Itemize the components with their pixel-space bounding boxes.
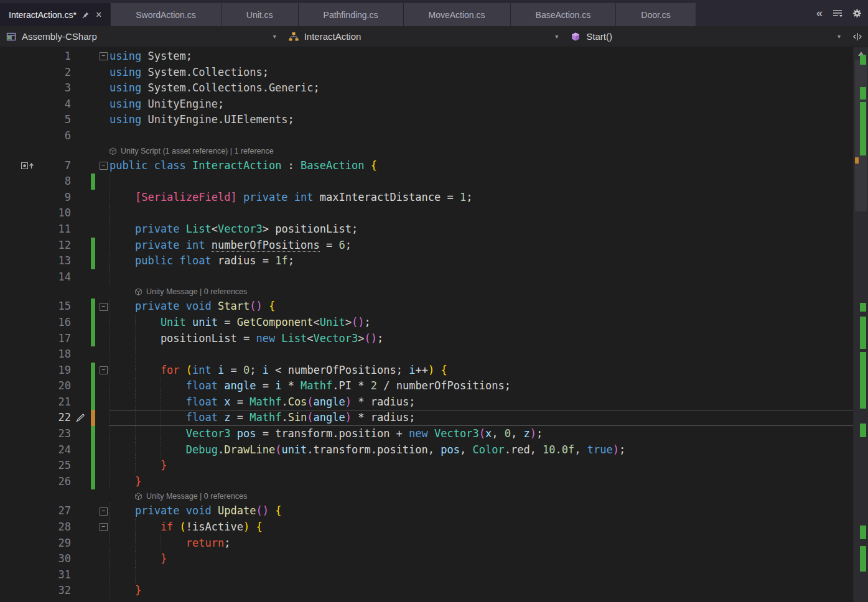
tab-interactaction-cs[interactable]: InteractAction.cs*× xyxy=(0,3,111,26)
code-text[interactable] xyxy=(110,599,853,602)
code-text[interactable] xyxy=(110,174,853,190)
fold-collapse-button[interactable]: − xyxy=(100,366,108,374)
breakpoint-margin[interactable] xyxy=(0,205,37,221)
code-line[interactable]: 14 xyxy=(0,269,853,285)
settings-gear-icon[interactable] xyxy=(852,9,862,18)
code-text[interactable]: private void Start() { xyxy=(110,299,853,315)
code-text[interactable]: positionList = new List<Vector3>(); xyxy=(110,331,853,347)
breakpoint-margin[interactable] xyxy=(0,238,37,254)
code-line[interactable]: 33 xyxy=(0,599,853,602)
code-text[interactable] xyxy=(110,567,853,583)
breakpoint-margin[interactable] xyxy=(0,269,37,285)
code-line[interactable]: 5using UnityEngine.UIElements; xyxy=(0,112,853,128)
code-text[interactable]: private List<Vector3> positionList; xyxy=(110,221,853,238)
tab-unit-cs[interactable]: Unit.cs xyxy=(222,3,299,26)
code-text[interactable]: using System; xyxy=(110,49,853,65)
code-text[interactable]: Debug.DrawLine(unit.transform.position, … xyxy=(110,442,853,458)
breakpoint-margin[interactable] xyxy=(0,503,37,519)
breakpoint-margin[interactable] xyxy=(0,583,37,599)
breakpoint-margin[interactable] xyxy=(0,394,37,410)
code-line[interactable]: 1−using System; xyxy=(0,49,853,65)
code-text[interactable]: using UnityEngine; xyxy=(110,96,853,113)
breakpoint-margin[interactable] xyxy=(0,535,37,552)
code-line[interactable]: 18 xyxy=(0,346,853,363)
breakpoint-margin[interactable] xyxy=(0,80,37,96)
close-icon[interactable]: × xyxy=(96,9,101,21)
window-list-icon[interactable] xyxy=(833,9,842,17)
code-text[interactable]: using System.Collections.Generic; xyxy=(110,80,853,96)
breakpoint-margin[interactable] xyxy=(0,315,37,331)
code-line[interactable]: 6 xyxy=(0,128,853,144)
code-text[interactable]: } xyxy=(110,458,853,474)
code-line[interactable]: 12private int numberOfPositions = 6; xyxy=(0,238,853,254)
code-text[interactable]: float z = Mathf.Sin(angle) * radius; xyxy=(110,410,853,426)
breakpoint-margin[interactable] xyxy=(0,128,37,144)
breakpoint-margin[interactable] xyxy=(0,458,37,474)
code-line[interactable]: 30} xyxy=(0,551,853,567)
codelens-text[interactable]: Unity Message | 0 references xyxy=(146,285,247,299)
code-line[interactable]: 24Debug.DrawLine(unit.transform.position… xyxy=(0,442,853,458)
code-area[interactable]: 1−using System;2using System.Collections… xyxy=(0,47,853,602)
codelens-text[interactable]: Unity Message | 0 references xyxy=(146,489,247,503)
code-text[interactable]: Unit unit = GetComponent<Unit>(); xyxy=(110,315,853,331)
breakpoint-margin[interactable] xyxy=(0,96,37,113)
breakpoint-margin[interactable] xyxy=(0,190,37,206)
vertical-scrollbar[interactable] xyxy=(853,47,868,602)
code-text[interactable]: public class InteractAction : BaseAction… xyxy=(110,158,853,174)
code-line[interactable]: 7−public class InteractAction : BaseActi… xyxy=(0,158,853,174)
pin-icon[interactable] xyxy=(82,11,90,19)
scroll-tabs-left-icon[interactable]: « xyxy=(816,7,823,19)
code-line[interactable]: 2using System.Collections; xyxy=(0,65,853,81)
breakpoint-margin[interactable] xyxy=(0,410,37,426)
breakpoint-margin[interactable] xyxy=(0,519,37,535)
breakpoint-margin[interactable] xyxy=(0,567,37,583)
breakpoint-margin[interactable] xyxy=(0,331,37,347)
code-text[interactable]: float angle = i * Mathf.PI * 2 / numberO… xyxy=(110,378,853,394)
tab-pathfinding-cs[interactable]: Pathfinding.cs xyxy=(299,3,404,26)
tab-baseaction-cs[interactable]: BaseAction.cs xyxy=(511,3,617,26)
code-text[interactable]: for (int i = 0; i < numberOfPositions; i… xyxy=(110,363,853,379)
code-text[interactable]: } xyxy=(110,551,853,567)
code-line[interactable]: 4using UnityEngine; xyxy=(0,96,853,113)
code-line[interactable]: 8 xyxy=(0,174,853,190)
code-line[interactable]: 32} xyxy=(0,583,853,599)
code-line[interactable]: 26} xyxy=(0,474,853,490)
code-text[interactable] xyxy=(110,205,853,221)
breakpoint-margin[interactable] xyxy=(0,158,37,174)
code-line[interactable]: 13public float radius = 1f; xyxy=(0,253,853,269)
code-line[interactable]: 21float x = Mathf.Cos(angle) * radius; xyxy=(0,394,853,410)
member-dropdown[interactable]: Start() ▾ xyxy=(564,26,847,47)
breakpoint-margin[interactable] xyxy=(0,112,37,128)
fold-collapse-button[interactable]: − xyxy=(100,52,108,60)
codelens-row[interactable]: Unity Script (1 asset reference) | 1 ref… xyxy=(0,144,853,158)
type-dropdown[interactable]: InteractAction ▾ xyxy=(282,26,565,47)
breakpoint-margin[interactable] xyxy=(0,442,37,458)
code-text[interactable]: using System.Collections; xyxy=(110,65,853,81)
code-line[interactable]: 20float angle = i * Mathf.PI * 2 / numbe… xyxy=(0,378,853,394)
breakpoint-margin[interactable] xyxy=(0,253,37,269)
code-line[interactable]: 3using System.Collections.Generic; xyxy=(0,80,853,96)
code-text[interactable]: private int numberOfPositions = 6; xyxy=(110,238,853,254)
project-dropdown[interactable]: Assembly-CSharp ▾ xyxy=(0,26,282,47)
breakpoint-margin[interactable] xyxy=(0,551,37,567)
code-line[interactable]: 19−for (int i = 0; i < numberOfPositions… xyxy=(0,363,853,379)
breakpoint-margin[interactable] xyxy=(0,426,37,442)
code-line[interactable]: 28−if (!isActive) { xyxy=(0,519,853,535)
code-line[interactable]: 31 xyxy=(0,567,853,583)
code-line[interactable]: 10 xyxy=(0,205,853,221)
breakpoint-margin[interactable] xyxy=(0,363,37,379)
codelens-text[interactable]: Unity Script (1 asset reference) | 1 ref… xyxy=(121,144,274,158)
code-line[interactable]: 9[SerializeField] private int maxInterac… xyxy=(0,190,853,206)
tab-door-cs[interactable]: Door.cs xyxy=(616,3,696,26)
breakpoint-margin[interactable] xyxy=(0,299,37,315)
code-line[interactable]: 15−private void Start() { xyxy=(0,299,853,315)
code-text[interactable]: using UnityEngine.UIElements; xyxy=(110,112,853,128)
code-text[interactable]: return; xyxy=(110,535,853,552)
breakpoint-margin[interactable] xyxy=(0,174,37,190)
code-text[interactable]: Vector3 pos = transform.position + new V… xyxy=(110,426,853,442)
code-text[interactable]: if (!isActive) { xyxy=(110,519,853,535)
code-text[interactable] xyxy=(110,128,853,144)
code-line[interactable]: 27−private void Update() { xyxy=(0,503,853,519)
code-text[interactable]: } xyxy=(110,583,853,599)
codelens-row[interactable]: Unity Message | 0 references xyxy=(0,285,853,299)
